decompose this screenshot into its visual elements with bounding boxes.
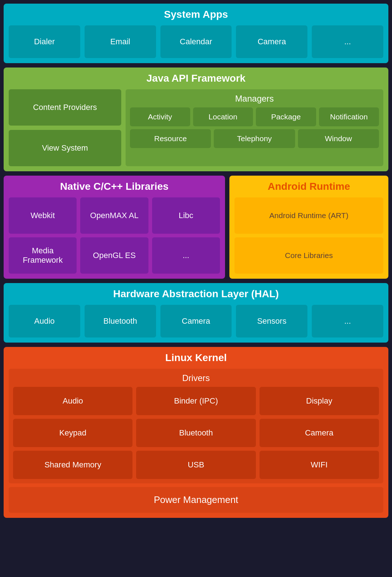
native-libs-layer: Native C/C++ Libraries Webkit OpenMAX AL… (4, 176, 225, 279)
java-api-left: Content Providers View System (9, 89, 121, 166)
system-apps-layer: System Apps Dialer Email Calendar Camera… (4, 4, 388, 63)
driver-wifi: WIFI (260, 451, 379, 479)
resource-cell: Resource (130, 129, 211, 148)
drivers-section: Drivers Audio Binder (IPC) Display Keypa… (9, 369, 383, 483)
java-api-title: Java API Framework (9, 73, 383, 84)
managers-title: Managers (130, 94, 379, 104)
power-management: Power Management (9, 487, 383, 513)
driver-keypad: Keypad (13, 419, 132, 447)
driver-binder: Binder (IPC) (136, 387, 256, 415)
drivers-grid: Audio Binder (IPC) Display Keypad Blueto… (13, 387, 379, 479)
android-runtime-layer: Android Runtime Android Runtime (ART) Co… (229, 176, 388, 279)
webkit-cell: Webkit (9, 197, 77, 234)
hal-bluetooth-cell: Bluetooth (85, 305, 156, 337)
hal-camera-cell: Camera (160, 305, 232, 337)
openmax-cell: OpenMAX AL (80, 197, 148, 234)
java-api-layer: Java API Framework Content Providers Vie… (4, 67, 388, 171)
native-runtime-row: Native C/C++ Libraries Webkit OpenMAX AL… (4, 176, 388, 279)
window-cell: Window (298, 129, 379, 148)
art-cell: Android Runtime (ART) (234, 197, 383, 234)
android-runtime-title: Android Runtime (234, 181, 383, 192)
hal-cells: Audio Bluetooth Camera Sensors ... (9, 305, 383, 337)
hal-audio-cell: Audio (9, 305, 80, 337)
driver-display: Display (260, 387, 379, 415)
package-cell: Package (256, 107, 316, 126)
native-libs-title: Native C/C++ Libraries (9, 181, 220, 192)
more-cell: ... (312, 25, 383, 58)
camera-cell: Camera (236, 25, 307, 58)
system-apps-cells: Dialer Email Calendar Camera ... (9, 25, 383, 58)
view-system-cell: View System (9, 130, 121, 166)
managers-row1: Activity Location Package Notification (130, 107, 379, 126)
driver-shared-memory: Shared Memory (13, 451, 132, 479)
dialer-cell: Dialer (9, 25, 80, 58)
driver-camera: Camera (260, 419, 379, 447)
driver-audio: Audio (13, 387, 132, 415)
linux-kernel-layer: Linux Kernel Drivers Audio Binder (IPC) … (4, 347, 388, 518)
driver-bluetooth: Bluetooth (136, 419, 256, 447)
media-framework-cell: Media Framework (9, 237, 77, 274)
activity-cell: Activity (130, 107, 190, 126)
managers-row2: Resource Telephony Window (130, 129, 379, 148)
hal-title: Hardware Abstraction Layer (HAL) (9, 288, 383, 300)
opengl-cell: OpenGL ES (80, 237, 148, 274)
java-api-inner: Content Providers View System Managers A… (9, 89, 383, 166)
core-libraries-cell: Core Libraries (234, 237, 383, 274)
android-runtime-grid: Android Runtime (ART) Core Libraries (234, 197, 383, 274)
managers-section: Managers Activity Location Package Notif… (126, 89, 383, 166)
email-cell: Email (85, 25, 156, 58)
calendar-cell: Calendar (160, 25, 232, 58)
libc-cell: Libc (152, 197, 220, 234)
telephony-cell: Telephony (214, 129, 295, 148)
notification-cell: Notification (319, 107, 379, 126)
driver-usb: USB (136, 451, 256, 479)
drivers-title: Drivers (13, 373, 379, 383)
linux-kernel-title: Linux Kernel (9, 352, 383, 364)
system-apps-title: System Apps (9, 9, 383, 20)
content-providers-cell: Content Providers (9, 89, 121, 126)
native-libs-grid: Webkit OpenMAX AL Libc Media Framework O… (9, 197, 220, 274)
hal-layer: Hardware Abstraction Layer (HAL) Audio B… (4, 283, 388, 343)
location-cell: Location (193, 107, 253, 126)
native-more-cell: ... (152, 237, 220, 274)
hal-more-cell: ... (312, 305, 383, 337)
hal-sensors-cell: Sensors (236, 305, 307, 337)
